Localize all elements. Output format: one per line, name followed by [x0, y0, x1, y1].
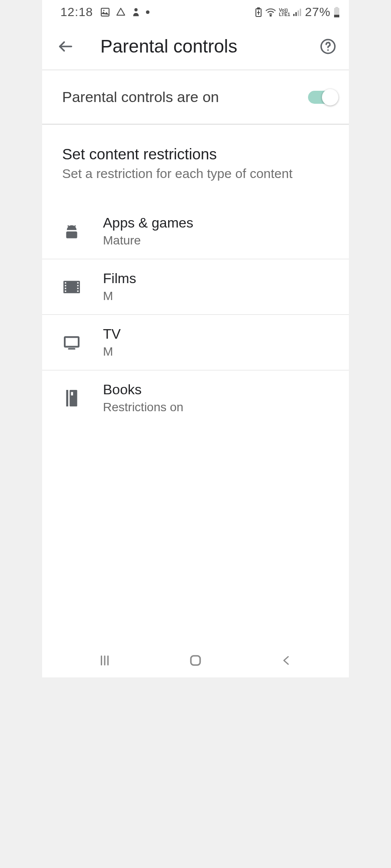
svg-rect-29: [70, 390, 77, 406]
section-title: Set content restrictions: [62, 145, 329, 163]
list-item-subtitle: Mature: [103, 234, 193, 248]
status-bar: 12:18: [42, 0, 349, 24]
svg-point-1: [103, 10, 105, 11]
arrow-left-icon: [57, 38, 74, 55]
list-item-title: Books: [103, 382, 183, 398]
help-button[interactable]: [318, 36, 338, 57]
svg-rect-11: [335, 7, 338, 8]
notification-dot-icon: [146, 10, 149, 14]
wifi-icon: [265, 8, 276, 17]
svg-rect-25: [77, 287, 79, 289]
battery-percent: 27%: [305, 5, 331, 19]
svg-rect-21: [65, 287, 66, 289]
svg-rect-9: [300, 9, 301, 16]
status-left: 12:18: [60, 5, 149, 19]
status-time: 12:18: [60, 5, 93, 19]
svg-point-2: [134, 8, 137, 11]
svg-rect-24: [77, 285, 79, 286]
svg-rect-4: [258, 8, 259, 9]
app-bar: Parental controls: [42, 24, 349, 69]
svg-rect-30: [71, 392, 73, 395]
list-item-title: Films: [103, 271, 136, 287]
svg-rect-20: [65, 285, 66, 286]
home-icon: [189, 653, 202, 667]
home-button[interactable]: [182, 652, 209, 669]
list-item-tv[interactable]: TV M: [42, 315, 349, 370]
section-subtitle: Set a restriction for each type of conte…: [62, 166, 329, 181]
list-item-texts: Films M: [103, 271, 136, 303]
book-icon: [62, 390, 81, 406]
battery-icon: [333, 7, 340, 18]
help-circle-icon: [319, 38, 337, 55]
status-right: Vo))LTE1 27%: [255, 5, 340, 19]
person-icon: [131, 7, 141, 17]
svg-rect-26: [77, 290, 79, 291]
list-item-texts: Apps & games Mature: [103, 215, 193, 248]
svg-rect-23: [77, 282, 79, 283]
list-item-title: TV: [103, 326, 121, 342]
signal-icon: [293, 8, 302, 16]
list-item-books[interactable]: Books Restrictions on: [42, 370, 349, 426]
lte-indicator: Vo))LTE1: [279, 8, 290, 17]
recents-icon: [97, 654, 112, 667]
svg-rect-6: [293, 14, 295, 16]
drive-icon: [116, 7, 126, 17]
svg-rect-12: [334, 15, 339, 17]
list-item-subtitle: M: [103, 289, 136, 303]
list-item-films[interactable]: Films M: [42, 259, 349, 315]
svg-rect-31: [191, 656, 200, 665]
svg-rect-17: [66, 231, 77, 238]
page-title: Parental controls: [100, 36, 293, 57]
system-nav-bar: [42, 647, 349, 677]
chevron-left-icon: [281, 654, 292, 667]
list-item-texts: Books Restrictions on: [103, 382, 183, 414]
back-nav-button[interactable]: [273, 652, 299, 669]
tv-icon: [62, 336, 81, 350]
recents-button[interactable]: [92, 652, 118, 669]
svg-rect-8: [298, 10, 299, 16]
svg-point-5: [270, 15, 271, 16]
svg-rect-7: [295, 12, 297, 16]
switch-thumb: [322, 89, 338, 106]
phone-frame: 12:18: [42, 0, 349, 677]
svg-rect-22: [65, 290, 66, 291]
parental-controls-toggle-label: Parental controls are on: [62, 89, 219, 106]
image-icon: [100, 7, 110, 17]
section-header: Set content restrictions Set a restricti…: [42, 125, 349, 189]
svg-rect-28: [66, 390, 68, 406]
svg-rect-27: [65, 337, 79, 347]
list-item-subtitle: M: [103, 345, 121, 359]
list-item-apps-games[interactable]: Apps & games Mature: [42, 204, 349, 259]
svg-point-14: [327, 50, 329, 51]
battery-saver-icon: [255, 7, 262, 17]
parental-controls-switch[interactable]: [308, 91, 336, 104]
film-icon: [62, 281, 81, 294]
back-button[interactable]: [55, 36, 76, 57]
svg-rect-19: [65, 282, 66, 283]
list-item-subtitle: Restrictions on: [103, 400, 183, 414]
list-item-title: Apps & games: [103, 215, 193, 231]
content-restriction-list: Apps & games Mature Films M: [42, 204, 349, 426]
svg-rect-0: [101, 8, 109, 16]
android-icon: [62, 223, 81, 240]
list-item-texts: TV M: [103, 326, 121, 359]
parental-controls-toggle-row[interactable]: Parental controls are on: [42, 70, 349, 124]
